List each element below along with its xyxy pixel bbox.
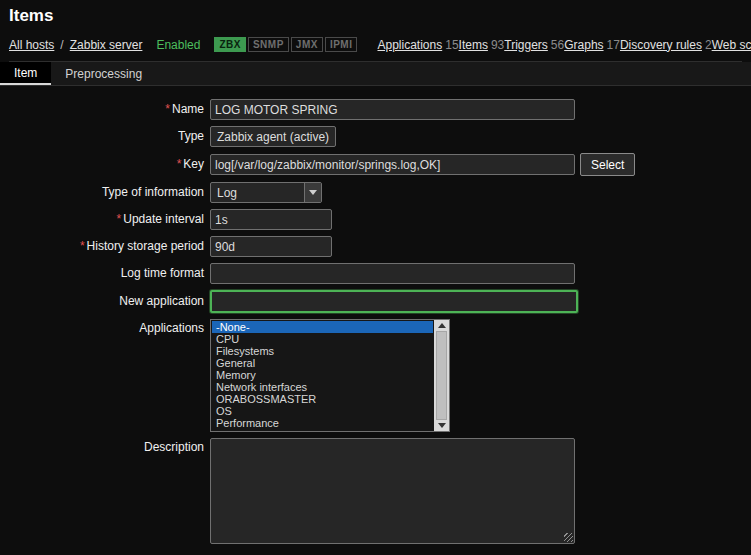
type-label: Type [0,126,210,147]
description-textarea-wrap [210,438,575,544]
application-option[interactable]: Performance [212,417,433,429]
scroll-down-icon[interactable] [438,423,446,428]
dropdown-arrow-icon [304,183,321,202]
form-row-name: *Name [0,99,751,120]
tab-item[interactable]: Item [0,62,51,85]
new-application-input[interactable] [210,290,578,313]
application-option[interactable]: Filesystems [212,345,433,357]
form-row-history-storage-period: *History storage period [0,236,751,257]
triggers-link[interactable]: Triggers56 [504,38,564,52]
form-row-update-interval: *Update interval [0,209,751,230]
resize-handle-icon[interactable] [564,533,573,542]
application-option[interactable]: Processes [212,429,433,430]
breadcrumb-separator: / [60,38,63,52]
type-of-information-label: Type of information [0,182,210,203]
history-storage-period-label: *History storage period [0,236,210,257]
page-header: Items All hosts / Zabbix server Enabled … [0,0,751,62]
listbox-scrollbar[interactable] [434,320,449,431]
application-option[interactable]: CPU [212,333,433,345]
required-marker: * [177,157,182,171]
description-label: Description [0,438,210,454]
form-row-type: Type Zabbix agent (active) [0,126,751,147]
form-row-key: *Key Select [0,153,751,176]
update-interval-label: *Update interval [0,209,210,230]
form-row-description: Description [0,438,751,544]
all-hosts-link[interactable]: All hosts [9,38,54,52]
dropdown-arrow-icon [335,127,336,146]
breadcrumb-host-group: All hosts / Zabbix server Enabled ZBX SN… [9,37,357,52]
key-input[interactable] [210,154,575,175]
applications-link[interactable]: Applications15 [377,38,458,52]
form-row-type-of-information: Type of information Log [0,182,751,203]
key-label: *Key [0,154,210,175]
new-application-label: New application [0,291,210,312]
form-row-log-time-format: Log time format [0,263,751,284]
description-textarea[interactable] [210,438,575,544]
zbx-interface-badge: ZBX [214,37,246,52]
form-row-new-application: New application [0,290,751,313]
log-time-format-label: Log time format [0,263,210,284]
applications-count: 15 [445,38,458,52]
name-label: *Name [0,99,210,120]
log-time-format-input[interactable] [210,263,575,284]
application-option[interactable]: -None- [212,321,433,333]
ipmi-interface-badge: IPMI [325,37,358,52]
applications-label: Applications [0,319,210,335]
application-option[interactable]: Network interfaces [212,381,433,393]
application-option[interactable]: General [212,357,433,369]
graphs-link[interactable]: Graphs17 [564,38,620,52]
history-storage-period-input[interactable] [210,236,332,257]
items-count: 93 [491,38,504,52]
application-option[interactable]: ORABOSSMASTER [212,393,433,405]
type-of-information-select[interactable]: Log [210,182,322,203]
required-marker: * [165,102,170,116]
scroll-up-icon[interactable] [438,323,446,328]
breadcrumb: All hosts / Zabbix server Enabled ZBX SN… [9,37,742,62]
form-row-applications: Applications -None-CPUFilesystemsGeneral… [0,319,751,432]
snmp-interface-badge: SNMP [248,37,289,52]
interface-badges: ZBX SNMP JMX IPMI [212,37,357,52]
item-form: *Name Type Zabbix agent (active) *Key Se… [0,86,751,544]
required-marker: * [80,239,85,253]
tab-preprocessing[interactable]: Preprocessing [51,62,156,85]
jmx-interface-badge: JMX [291,37,323,52]
host-link[interactable]: Zabbix server [70,38,143,52]
tab-bar: Item Preprocessing [0,62,751,86]
host-status-enabled[interactable]: Enabled [156,38,200,52]
scrollbar-thumb[interactable] [436,331,447,420]
update-interval-input[interactable] [210,209,332,230]
page-title: Items [9,6,742,26]
application-option[interactable]: Memory [212,369,433,381]
discovery-rules-count: 2 [705,38,712,52]
applications-listbox[interactable]: -None-CPUFilesystemsGeneralMemoryNetwork… [210,319,450,432]
name-input[interactable] [210,99,575,120]
entity-links: Applications15 Items93 Triggers56 Graphs… [377,38,751,52]
zabbix-item-edit-page: { "page": { "title": "Items" }, "breadcr… [0,0,751,555]
application-option[interactable]: OS [212,405,433,417]
graphs-count: 17 [607,38,620,52]
required-marker: * [117,212,122,226]
items-link[interactable]: Items93 [459,38,505,52]
triggers-count: 56 [551,38,564,52]
key-select-button[interactable]: Select [580,153,635,176]
discovery-rules-link[interactable]: Discovery rules2 [620,38,712,52]
type-select[interactable]: Zabbix agent (active) [210,126,336,147]
web-scenarios-link[interactable]: Web scenarios5 [712,38,751,52]
applications-options: -None-CPUFilesystemsGeneralMemoryNetwork… [212,321,433,430]
